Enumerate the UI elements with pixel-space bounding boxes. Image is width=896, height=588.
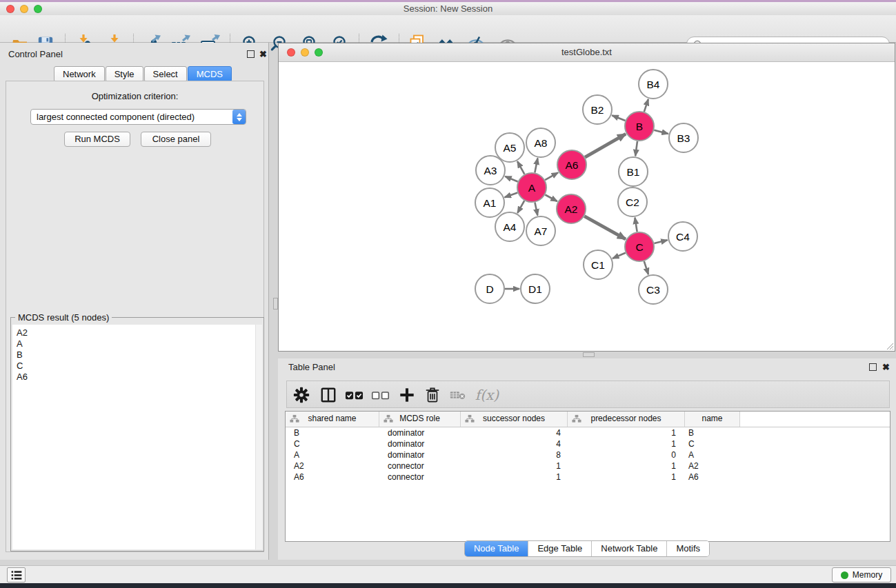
column-header-mcds-role[interactable]: MCDS role <box>379 412 461 427</box>
graph-edge-C-C3[interactable] <box>644 261 648 274</box>
result-item[interactable]: A <box>12 338 262 349</box>
graph-edge-C-C4[interactable] <box>654 240 667 243</box>
table-settings-button[interactable] <box>291 385 312 405</box>
show-columns-button[interactable] <box>318 385 339 405</box>
graph-node-label: B1 <box>627 166 640 178</box>
tab-network[interactable]: Network <box>54 66 105 82</box>
tab-mcds[interactable]: MCDS <box>188 66 232 82</box>
task-history-button[interactable] <box>7 567 26 582</box>
select-all-columns-button[interactable] <box>344 385 364 405</box>
control-panel-title: Control Panel <box>8 49 63 59</box>
node-table: shared name MCDS role successor nodes <box>285 411 890 542</box>
fx-icon: f(x) <box>475 387 499 403</box>
graph-edge-A-A5[interactable] <box>517 161 524 174</box>
mcds-result-list: A2 A B C A6 <box>12 325 262 549</box>
optimization-criterion-label: Optimization criterion: <box>6 91 263 101</box>
unselect-all-columns-button[interactable] <box>370 385 390 405</box>
zoom-window-button[interactable] <box>34 5 42 13</box>
tab-node-table[interactable]: Node Table <box>465 541 529 556</box>
criterion-dropdown[interactable]: largest connected component (directed) <box>30 109 246 125</box>
control-panel-tabs: Network Style Select MCDS <box>54 66 232 82</box>
graph-edge-A-A6[interactable] <box>545 172 558 180</box>
table-row[interactable]: Adominator 80 A <box>286 449 890 460</box>
delete-column-button[interactable] <box>422 385 443 405</box>
graph-edge-A-A2[interactable] <box>545 195 557 202</box>
tab-network-table[interactable]: Network Table <box>592 541 667 556</box>
network-title: testGlobe.txt <box>279 43 895 61</box>
graph-edge-B-B3[interactable] <box>654 130 668 134</box>
graph-edge-B-B4[interactable] <box>644 99 648 112</box>
table-panel: Table Panel ✖ <box>278 358 896 560</box>
graph-node-label: C4 <box>676 231 690 243</box>
network-canvas[interactable]: B4B2BB3B1A5A8A6A3AA1A2C2A4A7C4CC1C3DD1 <box>279 62 895 351</box>
result-item[interactable]: A6 <box>12 372 262 383</box>
close-window-button[interactable] <box>287 48 295 57</box>
tab-motifs[interactable]: Motifs <box>667 541 709 556</box>
graph-node-label: C <box>635 241 643 253</box>
graph-node-label: A7 <box>535 225 548 237</box>
graph-node-label: C2 <box>626 196 639 208</box>
float-panel-icon[interactable] <box>247 50 255 58</box>
window-resize-grip[interactable] <box>885 341 894 350</box>
table-row[interactable]: Cdominator 41 C <box>286 438 890 449</box>
memory-button[interactable]: Memory <box>832 567 891 582</box>
table-row[interactable]: A2connector 11 A2 <box>286 460 890 472</box>
graph-edge-A-A8[interactable] <box>535 159 537 173</box>
run-mcds-button[interactable]: Run MCDS <box>64 132 130 147</box>
app-titlebar: Session: New Session <box>0 2 896 15</box>
graph-edge-B-B1[interactable] <box>635 141 637 156</box>
graph-node-label: A8 <box>535 137 548 149</box>
graph-edge-A-A4[interactable] <box>517 201 524 213</box>
column-header-shared-name[interactable]: shared name <box>286 412 379 427</box>
column-header-successor-nodes[interactable]: successor nodes <box>461 412 568 427</box>
result-item[interactable]: B <box>12 349 262 361</box>
memory-status-icon <box>841 571 848 579</box>
tab-edge-table[interactable]: Edge Table <box>528 541 592 556</box>
column-header-predecessor-nodes[interactable]: predecessor nodes <box>568 412 685 427</box>
graph-edge-A-A3[interactable] <box>505 176 517 182</box>
close-window-button[interactable] <box>6 5 14 13</box>
unchecked-boxes-icon <box>371 387 390 403</box>
graph-node-label: A <box>528 182 536 194</box>
memory-label: Memory <box>853 570 882 580</box>
graph-edge-C-C1[interactable] <box>613 253 626 258</box>
panel-splitter-handle[interactable] <box>273 298 278 310</box>
panel-splitter-handle[interactable] <box>583 352 595 357</box>
table-row[interactable]: A6connector 11 A6 <box>286 472 890 483</box>
graph-edge-A2-C[interactable] <box>584 216 626 239</box>
close-panel-button[interactable]: Close panel <box>141 132 211 147</box>
close-panel-icon[interactable]: ✖ <box>259 50 267 58</box>
graph-node-label: D <box>486 283 493 295</box>
result-item[interactable]: C <box>12 361 262 372</box>
plus-icon <box>399 387 415 403</box>
function-builder-button: f(x) <box>473 385 501 405</box>
graph-node-label: B4 <box>647 79 660 90</box>
table-row[interactable]: Bdominator 41 B <box>286 427 890 438</box>
graph-node-label: C3 <box>646 284 660 296</box>
graph-node-label: B2 <box>591 104 604 116</box>
tab-select[interactable]: Select <box>144 66 187 82</box>
graph-edge-B-B2[interactable] <box>612 115 625 121</box>
zoom-window-button[interactable] <box>315 48 323 57</box>
minimize-window-button[interactable] <box>20 5 28 13</box>
result-item[interactable]: A2 <box>12 325 262 338</box>
column-header-name[interactable]: name <box>685 412 740 427</box>
graph-edge-C-C2[interactable] <box>635 218 637 232</box>
result-scrollbar[interactable] <box>255 325 262 549</box>
graph-node-label: A2 <box>565 203 578 215</box>
graph-edge-A6-B[interactable] <box>585 134 626 157</box>
graph-edge-A-A1[interactable] <box>505 192 518 197</box>
network-graph: B4B2BB3B1A5A8A6A3AA1A2C2A4A7C4CC1C3DD1 <box>279 62 895 352</box>
window-controls <box>6 5 42 13</box>
status-bar: Memory <box>0 565 896 583</box>
graph-node-label: A5 <box>504 142 517 154</box>
tab-style[interactable]: Style <box>106 66 143 82</box>
float-panel-icon[interactable] <box>869 363 877 371</box>
minimize-window-button[interactable] <box>301 48 309 57</box>
control-panel: Control Panel ✖ Network Style Select MCD… <box>0 43 269 560</box>
create-column-button[interactable] <box>397 385 417 405</box>
close-panel-icon[interactable]: ✖ <box>882 363 890 371</box>
graph-edge-A-A7[interactable] <box>535 203 537 216</box>
table-tabs: Node Table Edge Table Network Table Moti… <box>278 540 896 557</box>
checked-boxes-icon <box>345 387 364 403</box>
